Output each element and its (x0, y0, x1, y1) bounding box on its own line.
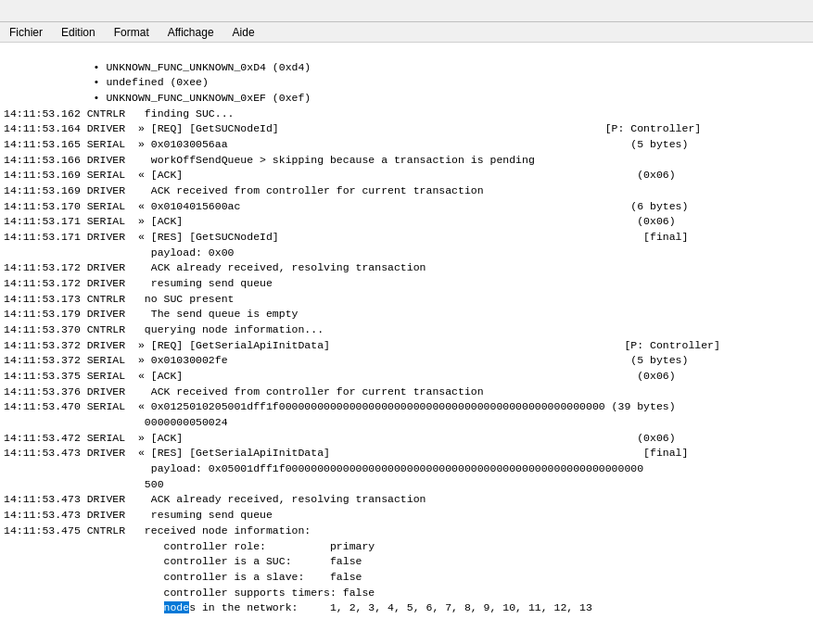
log-line: 14:11:53.171 DRIVER « [RES] [GetSUCNodeI… (4, 230, 809, 246)
log-line: 14:11:53.179 DRIVER The send queue is em… (4, 307, 809, 322)
log-line: 14:11:53.475 CNTRLR received node inform… (4, 524, 809, 539)
menu-bar: Fichier Edition Format Affichage Aide (0, 22, 813, 43)
log-line: controller is a SUC: false (4, 554, 809, 570)
log-line: payload: 0x00 (4, 246, 809, 261)
menu-edition[interactable]: Edition (52, 24, 105, 41)
log-line: • undefined (0xee) (4, 75, 809, 91)
log-line: 14:11:53.470 SERIAL « 0x0125010205001dff… (4, 399, 809, 415)
log-line: 14:11:53.473 DRIVER resuming send queue (4, 508, 809, 524)
log-line: 0000000050024 (4, 415, 809, 431)
menu-fichier[interactable]: Fichier (0, 24, 52, 41)
log-line: controller supports timers: false (4, 586, 809, 601)
log-line: nodes in the network: 1, 2, 3, 4, 5, 6, … (4, 600, 809, 616)
log-line: • UNKNOWN_FUNC_UNKNOWN_0xEF (0xef) (4, 91, 809, 107)
menu-affichage[interactable]: Affichage (159, 24, 223, 41)
log-line: 14:11:53.171 SERIAL » [ACK] (0x06) (4, 214, 809, 230)
log-line: 14:11:53.473 DRIVER « [RES] [GetSerialAp… (4, 446, 809, 461)
log-line: 14:11:53.165 SERIAL » 0x01030056aa (5 by… (4, 137, 809, 153)
log-content[interactable]: • UNKNOWN_FUNC_UNKNOWN_0xD4 (0xd4) • und… (0, 43, 813, 644)
log-line: 14:11:53.376 DRIVER ACK received from co… (4, 385, 809, 400)
log-line: 14:11:53.472 SERIAL » [ACK] (0x06) (4, 431, 809, 447)
log-line: 14:11:53.173 CNTRLR no SUC present (4, 292, 809, 308)
log-line: 14:11:53.473 DRIVER ACK already received… (4, 492, 809, 508)
log-line: 14:11:53.170 SERIAL « 0x0104015600ac (6 … (4, 199, 809, 215)
log-line: 14:11:53.172 DRIVER ACK already received… (4, 260, 809, 276)
log-line: payload: 0x05001dff1f0000000000000000000… (4, 461, 809, 477)
log-line: 14:11:53.169 DRIVER ACK received from co… (4, 183, 809, 199)
log-line: 14:11:53.162 CNTRLR finding SUC... (4, 107, 809, 122)
log-line: 14:11:53.372 SERIAL » 0x01030002fe (5 by… (4, 353, 809, 369)
menu-aide[interactable]: Aide (223, 24, 264, 41)
log-line: 14:11:53.172 DRIVER resuming send queue (4, 276, 809, 292)
title-bar (0, 0, 813, 22)
log-line: controller role: primary (4, 539, 809, 555)
log-line: 14:11:53.370 CNTRLR querying node inform… (4, 322, 809, 338)
log-line: • UNKNOWN_FUNC_UNKNOWN_0xD4 (0xd4) (4, 60, 809, 76)
log-line: 14:11:53.375 SERIAL « [ACK] (0x06) (4, 369, 809, 385)
log-line: 14:11:53.372 DRIVER » [REQ] [GetSerialAp… (4, 338, 809, 354)
menu-format[interactable]: Format (105, 24, 159, 41)
log-line: 14:11:53.169 SERIAL « [ACK] (0x06) (4, 168, 809, 183)
log-line: 14:11:53.164 DRIVER » [REQ] [GetSUCNodeI… (4, 121, 809, 137)
log-line: 14:11:53.166 DRIVER workOffSendQueue > s… (4, 153, 809, 169)
log-line: 500 (4, 477, 809, 493)
log-line: controller is a slave: false (4, 570, 809, 586)
